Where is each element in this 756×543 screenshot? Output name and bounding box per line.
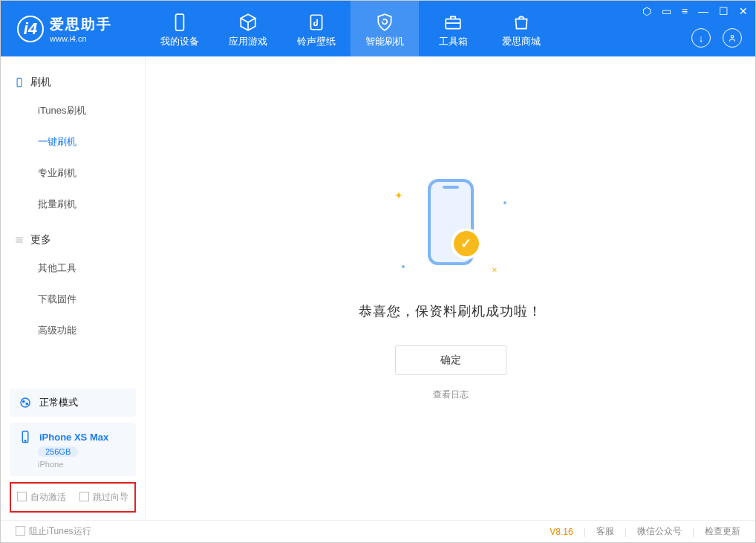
svg-point-7	[26, 403, 27, 404]
nav-store[interactable]: 爱思商城	[487, 1, 555, 56]
sidebar-group-more: 更多	[1, 227, 145, 253]
device-name: iPhone XS Max	[39, 432, 108, 443]
minimize-icon[interactable]: —	[698, 5, 708, 17]
maximize-icon[interactable]: ☐	[719, 5, 729, 17]
phone-outline-icon	[14, 77, 25, 88]
success-illustration: ✓ ✦••+	[384, 176, 518, 280]
view-log-link[interactable]: 查看日志	[433, 388, 469, 401]
svg-point-9	[25, 440, 26, 442]
sidebar-item-pro-flash[interactable]: 专业刷机	[1, 157, 145, 189]
sidebar-item-advanced[interactable]: 高级功能	[1, 315, 145, 346]
highlight-options: 自动激活 跳过向导	[10, 482, 136, 513]
window-controls: ⬡ ▭ ≡ — ☐ ✕	[642, 5, 748, 17]
briefcase-icon	[443, 13, 463, 32]
nav-my-device[interactable]: 我的设备	[146, 1, 214, 56]
close-icon[interactable]: ✕	[739, 5, 748, 17]
cube-icon	[238, 13, 258, 32]
version-label: V8.16	[550, 527, 573, 537]
group-title: 更多	[30, 233, 51, 247]
svg-point-6	[23, 400, 25, 402]
footer-link-support[interactable]: 客服	[596, 525, 614, 538]
device-type: iPhone	[38, 460, 63, 469]
checkbox-label: 跳过向导	[93, 492, 128, 502]
download-icon[interactable]: ↓	[691, 28, 711, 48]
group-title: 刷机	[30, 76, 51, 89]
menu-icon[interactable]: ≡	[682, 5, 688, 17]
sidebar-item-download-firmware[interactable]: 下载固件	[1, 284, 145, 315]
device-icon	[170, 13, 189, 32]
nav-label: 铃声壁纸	[297, 35, 336, 48]
sidebar-item-oneclick-flash[interactable]: 一键刷机	[1, 126, 145, 157]
svg-rect-0	[176, 14, 184, 30]
checkbox-label: 自动激活	[30, 492, 66, 502]
nav-label: 智能刷机	[365, 35, 404, 48]
svg-rect-2	[446, 19, 460, 28]
device-card[interactable]: iPhone XS Max 256GB iPhone	[10, 423, 136, 476]
skip-guide-checkbox[interactable]: 跳过向导	[79, 491, 128, 504]
check-badge-icon: ✓	[454, 231, 479, 256]
nav-ringtones-wallpapers[interactable]: 铃声壁纸	[282, 1, 351, 56]
nav-toolbox[interactable]: 工具箱	[419, 1, 487, 56]
nav-label: 爱思商城	[502, 35, 541, 48]
svg-point-5	[21, 398, 30, 407]
nav-label: 我的设备	[160, 35, 199, 48]
mode-label: 正常模式	[39, 396, 78, 409]
sidebar: 刷机 iTunes刷机 一键刷机 专业刷机 批量刷机 更多 其他工具 下载固件 …	[1, 56, 146, 520]
nav-smart-flash[interactable]: 智能刷机	[351, 1, 419, 56]
device-capacity: 256GB	[38, 446, 78, 457]
user-icon[interactable]	[723, 28, 742, 48]
main-content: ✓ ✦••+ 恭喜您，保资料刷机成功啦！ 确定 查看日志	[146, 56, 755, 520]
list-icon	[14, 235, 25, 245]
svg-point-3	[731, 36, 734, 39]
auto-activate-checkbox[interactable]: 自动激活	[17, 491, 66, 504]
app-logo: i4 爱思助手 www.i4.cn	[1, 15, 146, 43]
sidebar-item-other-tools[interactable]: 其他工具	[1, 253, 145, 284]
status-bar: 阻止iTunes运行 V8.16 | 客服 | 微信公众号 | 检查更新	[1, 520, 755, 542]
sidebar-group-flash: 刷机	[1, 70, 145, 95]
music-file-icon	[307, 13, 326, 32]
phone-icon	[19, 430, 32, 443]
ok-button[interactable]: 确定	[395, 345, 506, 375]
footer-link-update[interactable]: 检查更新	[705, 525, 740, 538]
checkbox-label: 阻止iTunes运行	[29, 526, 91, 536]
sidebar-item-batch-flash[interactable]: 批量刷机	[1, 189, 145, 220]
shield-refresh-icon	[375, 13, 394, 32]
note-icon[interactable]: ▭	[662, 5, 671, 17]
mode-icon	[19, 396, 32, 409]
header-right-icons: ↓	[691, 28, 742, 48]
sidebar-item-itunes-flash[interactable]: iTunes刷机	[1, 95, 145, 126]
top-nav: 我的设备 应用游戏 铃声壁纸 智能刷机 工具箱 爱思商城	[146, 1, 555, 56]
logo-icon: i4	[17, 16, 44, 42]
nav-label: 应用游戏	[229, 35, 267, 48]
titlebar: i4 爱思助手 www.i4.cn 我的设备 应用游戏 铃声壁纸 智能刷机 工具…	[1, 1, 755, 56]
nav-label: 工具箱	[439, 35, 468, 48]
app-name: 爱思助手	[50, 15, 112, 34]
success-message: 恭喜您，保资料刷机成功啦！	[359, 302, 542, 320]
svg-rect-4	[17, 78, 22, 87]
mode-card[interactable]: 正常模式	[10, 388, 136, 417]
bag-icon	[512, 13, 531, 32]
nav-apps-games[interactable]: 应用游戏	[214, 1, 282, 56]
shirt-icon[interactable]: ⬡	[642, 5, 651, 17]
svg-rect-1	[310, 15, 322, 30]
footer-link-wechat[interactable]: 微信公众号	[637, 525, 682, 538]
block-itunes-checkbox[interactable]: 阻止iTunes运行	[16, 525, 91, 538]
app-domain: www.i4.cn	[50, 34, 112, 43]
